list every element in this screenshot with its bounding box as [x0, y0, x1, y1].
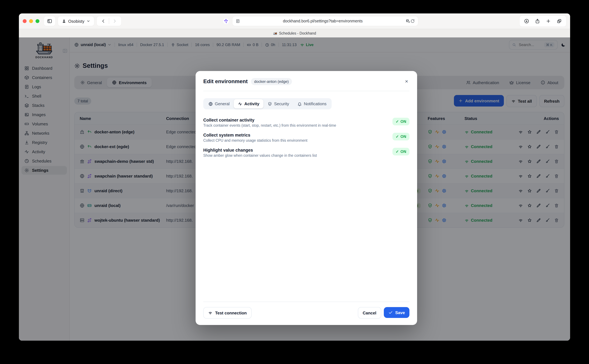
person-icon: [62, 19, 66, 23]
close-window-button[interactable]: [23, 19, 26, 23]
globe-icon: [208, 102, 213, 106]
toggle-on-badge[interactable]: ✓ON: [392, 148, 410, 156]
setting-text: Highlight value changesShow amber glow w…: [203, 148, 317, 157]
setting-description: Collect CPU and memory usage statistics …: [203, 138, 307, 142]
test-connection-button[interactable]: Test connection: [203, 307, 251, 318]
modal-footer: Test connection Cancel Save: [203, 302, 410, 318]
setting-text: Collect container activityTrack containe…: [203, 118, 336, 127]
translate-icon[interactable]: [406, 19, 410, 24]
check-icon: ✓: [396, 119, 399, 124]
setting-description: Show amber glow when container values ch…: [203, 154, 317, 157]
toggle-on-badge[interactable]: ✓ON: [392, 118, 410, 125]
browser-window: Osobisty dockhand.bor6.pl/settings?tab=e…: [19, 13, 570, 341]
reload-icon[interactable]: [410, 19, 415, 23]
modal-tab-label: Activity: [245, 101, 259, 106]
setting-title: Collect system metrics: [203, 133, 307, 137]
check-icon: [388, 310, 393, 315]
browser-toolbar: Osobisty dockhand.bor6.pl/settings?tab=e…: [19, 13, 570, 29]
new-tab-icon[interactable]: [546, 19, 551, 24]
tab-title: Schedules - Dockhand: [279, 31, 316, 35]
close-icon[interactable]: ×: [404, 78, 410, 85]
tab-overview-icon[interactable]: [557, 19, 562, 24]
chevron-down-icon: [86, 19, 90, 23]
setting-text: Collect system metricsCollect CPU and me…: [203, 133, 307, 142]
setting-row: Collect container activityTrack containe…: [203, 118, 410, 127]
toggle-on-badge[interactable]: ✓ON: [392, 133, 410, 140]
toggle-state: ON: [400, 119, 406, 124]
zoom-window-button[interactable]: [35, 19, 39, 23]
profile-button[interactable]: Osobisty: [58, 16, 94, 26]
setting-description: Track container events (start, stop, res…: [203, 124, 336, 127]
modal-tab-security[interactable]: Security: [264, 99, 293, 108]
minimize-window-button[interactable]: [29, 19, 33, 23]
modal-tabs: GeneralActivitySecurityNotifications: [203, 98, 332, 109]
share-icon[interactable]: [535, 19, 540, 24]
chevron-right-icon: [112, 19, 117, 24]
toggle-state: ON: [400, 134, 406, 139]
profile-name: Osobisty: [68, 19, 84, 24]
modal-tab-label: Notifications: [304, 101, 326, 106]
modal-title: Edit environment: [203, 78, 248, 85]
setting-row: Collect system metricsCollect CPU and me…: [203, 133, 410, 142]
url-bar[interactable]: dockhand.bor6.pl/settings?tab=environmen…: [232, 16, 418, 26]
shield-check-icon: [268, 102, 272, 106]
url-text[interactable]: dockhand.bor6.pl/settings?tab=environmen…: [240, 19, 406, 23]
nav-buttons: [97, 16, 121, 26]
toggle-state: ON: [400, 149, 406, 154]
pulse-icon: [238, 102, 243, 106]
modal-tab-general[interactable]: General: [204, 99, 234, 108]
modal-tab-label: General: [215, 101, 230, 106]
bell-icon: [297, 102, 302, 106]
traffic-lights: [23, 19, 39, 23]
setting-title: Collect container activity: [203, 118, 336, 123]
extension-icon[interactable]: [223, 18, 229, 24]
check-icon: ✓: [396, 149, 399, 154]
toolbar-actions: [520, 16, 566, 26]
app-root: DOCKHAND DashboardContainersLogsShellSta…: [19, 37, 570, 341]
back-button[interactable]: [98, 16, 109, 26]
forward-button[interactable]: [109, 16, 120, 26]
chevron-left-icon: [101, 19, 106, 24]
modal-tab-activity[interactable]: Activity: [234, 99, 264, 108]
wifi-icon: [208, 311, 212, 315]
edit-environment-modal: Edit environment docker-anton (edge) × G…: [196, 71, 417, 325]
cancel-button[interactable]: Cancel: [358, 307, 381, 318]
favicon-ship-icon: [273, 31, 277, 35]
downloads-icon[interactable]: [524, 19, 529, 24]
setting-title: Highlight value changes: [203, 148, 317, 153]
sidebar-toggle-icon: [47, 18, 53, 24]
setting-row: Highlight value changesShow amber glow w…: [203, 148, 410, 157]
reader-icon[interactable]: [236, 19, 240, 23]
modal-tab-label: Security: [274, 101, 289, 106]
sidebar-toggle-button[interactable]: [44, 16, 55, 26]
modal-tab-notifications[interactable]: Notifications: [293, 99, 331, 108]
browser-tab[interactable]: Schedules - Dockhand: [19, 29, 570, 37]
environment-badge: docker-anton (edge): [251, 78, 292, 85]
save-button[interactable]: Save: [384, 307, 410, 318]
check-icon: ✓: [396, 134, 399, 139]
